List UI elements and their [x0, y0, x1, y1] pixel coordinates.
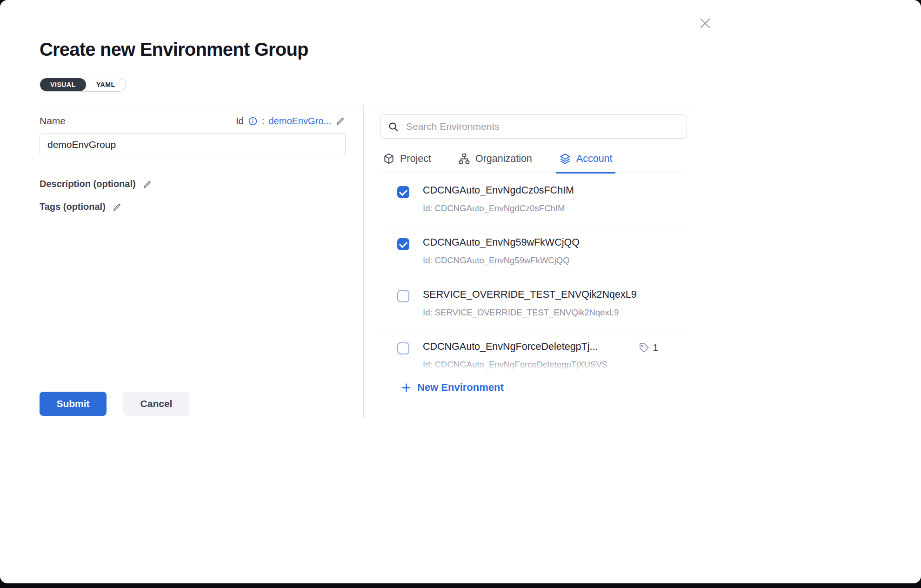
id-label: Id — [236, 116, 244, 127]
tab-account[interactable]: Account — [556, 153, 615, 174]
tag-count: 1 — [653, 342, 658, 353]
environment-row: CDCNGAuto_EnvNg59wFkWCjQQ Id: CDCNGAuto_… — [380, 225, 687, 277]
environment-row: CDCNGAuto_EnvNgdCz0sFChIM Id: CDCNGAuto_… — [380, 173, 687, 225]
tab-project-label: Project — [400, 153, 431, 165]
create-environment-group-dialog: Create new Environment Group VISUAL YAML… — [0, 0, 921, 583]
environment-id: Id: CDCNGAuto_EnvNg59wFkWCjQQ — [423, 255, 580, 266]
environment-checkbox[interactable] — [397, 238, 409, 250]
environment-list: CDCNGAuto_EnvNgdCz0sFChIM Id: CDCNGAuto_… — [380, 173, 687, 370]
submit-button[interactable]: Submit — [40, 392, 107, 416]
scope-tabs: Project Organization — [380, 153, 687, 173]
vertical-divider — [363, 105, 364, 418]
environment-row: SERVICE_OVERRIDE_TEST_ENVQik2NqexL9 Id: … — [380, 277, 687, 329]
page-title: Create new Environment Group — [40, 39, 921, 60]
environment-checkbox[interactable] — [397, 290, 409, 302]
tab-organization-label: Organization — [475, 153, 532, 165]
toggle-yaml[interactable]: YAML — [86, 78, 126, 91]
plus-icon — [401, 382, 412, 393]
environment-name: SERVICE_OVERRIDE_TEST_ENVQik2NqexL9 — [423, 289, 637, 301]
tag-icon — [639, 342, 649, 353]
edit-description-icon[interactable] — [142, 179, 153, 189]
cancel-button[interactable]: Cancel — [123, 392, 189, 416]
tags-label: Tags (optional) — [40, 201, 106, 212]
name-input[interactable] — [40, 133, 346, 156]
info-icon[interactable] — [248, 116, 258, 126]
close-icon[interactable] — [696, 14, 714, 33]
environment-row: CDCNGAuto_EnvNgForceDeletegpTj... Id: CD… — [380, 329, 687, 370]
tab-account-label: Account — [576, 153, 613, 165]
id-value-link[interactable]: demoEnvGro... — [268, 116, 331, 127]
environment-checkbox[interactable] — [397, 342, 409, 354]
environment-search — [380, 114, 687, 139]
org-hierarchy-icon — [458, 153, 470, 165]
edit-tags-icon[interactable] — [112, 202, 122, 212]
cube-icon — [383, 153, 395, 165]
environments-panel: Project Organization — [380, 105, 688, 427]
name-label: Name — [40, 115, 66, 127]
environment-id: Id: SERVICE_OVERRIDE_TEST_ENVQik2NqexL9 — [423, 307, 637, 318]
layers-icon — [559, 153, 571, 165]
environment-name: CDCNGAuto_EnvNgForceDeletegpTj... — [423, 341, 607, 353]
environment-id: Id: CDCNGAuto_EnvNgForceDeletegpTjXUSVS — [423, 360, 607, 370]
toggle-visual[interactable]: VISUAL — [40, 78, 86, 91]
search-icon — [388, 121, 399, 132]
environment-name: CDCNGAuto_EnvNg59wFkWCjQQ — [423, 237, 580, 248]
visual-yaml-toggle: VISUAL YAML — [40, 78, 126, 92]
environment-name: CDCNGAuto_EnvNgdCz0sFChIM — [423, 185, 574, 196]
search-input[interactable] — [405, 120, 679, 133]
new-environment-label: New Environment — [417, 381, 504, 394]
edit-id-icon[interactable] — [335, 116, 346, 126]
tab-organization[interactable]: Organization — [455, 153, 535, 174]
environment-checkbox[interactable] — [397, 186, 409, 198]
form-column: Name Id : demoEnvGro... — [40, 105, 346, 427]
id-colon: : — [262, 116, 265, 127]
description-label: Description (optional) — [40, 179, 136, 189]
new-environment-button[interactable]: New Environment — [401, 381, 504, 394]
tag-badge: 1 — [639, 342, 658, 353]
tab-project[interactable]: Project — [380, 153, 434, 174]
environment-id: Id: CDCNGAuto_EnvNgdCz0sFChIM — [423, 203, 574, 214]
